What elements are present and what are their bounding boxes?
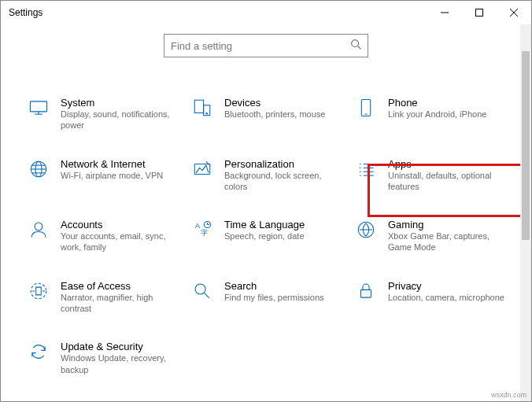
tile-text: Update & Security Windows Update, recove… — [61, 341, 179, 375]
tile-text: Phone Link your Android, iPhone — [388, 97, 486, 120]
tile-privacy[interactable]: Privacy Location, camera, microphone — [355, 280, 512, 315]
tile-text: Network & Internet Wi-Fi, airplane mode,… — [61, 158, 163, 181]
maximize-button[interactable] — [462, 1, 497, 24]
watermark: wsxdn.com — [491, 391, 526, 399]
tile-title: Time & Language — [224, 219, 305, 231]
tile-desc: Your accounts, email, sync, work, family — [61, 231, 179, 253]
tile-text: Gaming Xbox Game Bar, captures, Game Mod… — [388, 219, 506, 253]
svg-rect-9 — [194, 100, 203, 112]
apps-icon — [355, 158, 377, 180]
svg-point-4 — [352, 40, 359, 47]
search-tile-icon — [191, 280, 213, 302]
tile-phone[interactable]: Phone Link your Android, iPhone — [355, 97, 512, 131]
ease-of-access-icon — [28, 280, 50, 302]
tile-title: Search — [224, 280, 324, 292]
tile-desc: Speech, region, date — [224, 231, 305, 242]
tile-title: Network & Internet — [61, 158, 163, 170]
tile-text: Search Find my files, permissions — [224, 280, 324, 303]
update-icon — [28, 341, 50, 363]
tile-title: Gaming — [388, 219, 506, 231]
tile-title: Devices — [224, 97, 325, 109]
svg-rect-6 — [30, 101, 46, 112]
tile-title: Accounts — [61, 219, 179, 231]
tile-time[interactable]: A字 Time & Language Speech, region, date — [191, 219, 349, 253]
tile-apps[interactable]: Apps Uninstall, defaults, optional featu… — [355, 158, 512, 193]
tile-text: Devices Bluetooth, printers, mouse — [224, 97, 325, 120]
tile-text: Time & Language Speech, region, date — [224, 219, 305, 242]
svg-line-39 — [204, 293, 209, 298]
tile-ease-of-access[interactable]: Ease of Access Narrator, magnifier, high… — [28, 280, 185, 315]
tile-text: Ease of Access Narrator, magnifier, high… — [61, 280, 179, 315]
window-title: Settings — [9, 7, 42, 18]
time-language-icon: A字 — [191, 219, 213, 241]
content-area: System Display, sound, notifications, po… — [1, 24, 531, 401]
tile-desc: Link your Android, iPhone — [388, 109, 486, 120]
search-icon — [350, 39, 361, 53]
tile-text: System Display, sound, notifications, po… — [61, 97, 179, 131]
categories-grid: System Display, sound, notifications, po… — [1, 65, 531, 391]
tile-update[interactable]: Update & Security Windows Update, recove… — [28, 341, 185, 375]
tile-title: Personalization — [224, 158, 342, 170]
tile-desc: Display, sound, notifications, power — [61, 109, 179, 131]
minimize-icon — [441, 9, 449, 17]
tile-text: Apps Uninstall, defaults, optional featu… — [388, 158, 506, 193]
tile-desc: Location, camera, microphone — [388, 292, 504, 303]
svg-point-11 — [206, 113, 208, 115]
tile-desc: Xbox Game Bar, captures, Game Mode — [388, 231, 506, 253]
accounts-icon — [28, 219, 50, 241]
tile-title: Ease of Access — [61, 280, 179, 292]
search-container — [1, 24, 531, 65]
tile-desc: Background, lock screen, colors — [224, 170, 342, 193]
tile-desc: Narrator, magnifier, high contrast — [61, 292, 179, 315]
svg-rect-40 — [361, 290, 371, 297]
tile-personalization[interactable]: Personalization Background, lock screen,… — [191, 158, 349, 193]
search-input[interactable] — [171, 40, 350, 52]
minimize-button[interactable] — [427, 1, 462, 24]
svg-rect-12 — [361, 99, 370, 116]
tile-desc: Uninstall, defaults, optional features — [388, 170, 506, 193]
tile-desc: Find my files, permissions — [224, 292, 324, 303]
tile-text: Privacy Location, camera, microphone — [388, 280, 504, 303]
titlebar: Settings — [1, 1, 531, 24]
svg-point-38 — [195, 284, 205, 294]
svg-text:字: 字 — [201, 229, 208, 237]
tile-system[interactable]: System Display, sound, notifications, po… — [28, 97, 185, 131]
tile-desc: Wi-Fi, airplane mode, VPN — [61, 170, 163, 181]
tile-title: Phone — [388, 97, 486, 109]
personalization-icon — [191, 158, 213, 180]
scrollbar-thumb[interactable] — [522, 51, 530, 240]
tile-gaming[interactable]: Gaming Xbox Game Bar, captures, Game Mod… — [355, 219, 512, 253]
tile-desc: Windows Update, recovery, backup — [61, 352, 179, 375]
tile-title: System — [61, 97, 179, 109]
maximize-icon — [475, 9, 483, 17]
tile-title: Update & Security — [61, 341, 179, 352]
tile-title: Privacy — [388, 280, 504, 292]
scrollbar-track[interactable] — [520, 24, 531, 401]
close-button[interactable] — [497, 1, 531, 24]
globe-icon — [28, 158, 50, 180]
tile-text: Accounts Your accounts, email, sync, wor… — [61, 219, 179, 253]
tile-devices[interactable]: Devices Bluetooth, printers, mouse — [191, 97, 349, 131]
tile-text: Personalization Background, lock screen,… — [224, 158, 342, 193]
svg-rect-1 — [476, 9, 483, 17]
tile-accounts[interactable]: Accounts Your accounts, email, sync, wor… — [28, 219, 185, 253]
phone-icon — [355, 97, 377, 119]
svg-text:A: A — [195, 223, 200, 231]
tile-title: Apps — [388, 158, 506, 170]
tile-desc: Bluetooth, printers, mouse — [224, 109, 325, 120]
svg-point-29 — [35, 223, 42, 231]
tile-network[interactable]: Network & Internet Wi-Fi, airplane mode,… — [28, 158, 185, 193]
gaming-icon — [355, 219, 377, 241]
window-controls — [427, 1, 531, 24]
system-icon — [28, 97, 50, 119]
svg-line-20 — [206, 161, 210, 165]
svg-line-5 — [358, 46, 361, 50]
tile-search[interactable]: Search Find my files, permissions — [191, 280, 349, 315]
close-icon — [510, 9, 518, 17]
settings-window: Settings — [0, 0, 532, 402]
lock-icon — [355, 280, 377, 302]
search-box[interactable] — [164, 34, 368, 57]
devices-icon — [191, 97, 213, 119]
